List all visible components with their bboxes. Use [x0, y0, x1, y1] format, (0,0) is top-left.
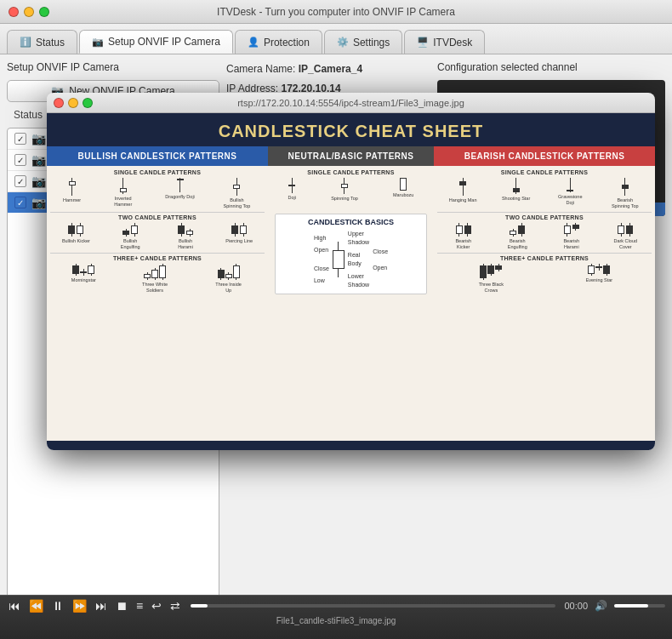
- bearish-three-title: THREE+ CANDLE PATTERNS: [437, 255, 652, 261]
- bearish-body: SINGLE CANDLE PATTERNS Hanging Man: [434, 166, 655, 441]
- inv-hammer-pattern: Inverted Hammer: [108, 178, 138, 208]
- gravestone-pattern: Gravestone Doji: [555, 178, 585, 208]
- player-list-icon: ≡: [134, 599, 145, 613]
- doji-label: Doji: [288, 195, 296, 201]
- tab-itvdesk[interactable]: 🖥️ ITVDesk: [404, 30, 485, 54]
- player-skip-forward-button[interactable]: ⏭: [94, 599, 109, 613]
- candle1: [231, 223, 238, 237]
- neutral-single-patterns: Doji Spinning Top: [271, 178, 430, 202]
- three-candle-group: [218, 264, 240, 280]
- inv-hammer-label: Inverted Hammer: [108, 196, 138, 207]
- volume-bar[interactable]: [614, 604, 665, 608]
- bearish-kicker-pattern: Bearish Kicker: [448, 223, 478, 249]
- bullish-kicker-label: Bullish Kicker: [62, 238, 90, 244]
- dark-cloud-label: Dark Cloud Cover: [611, 238, 641, 249]
- camera-1-checkbox[interactable]: ✓: [14, 133, 26, 145]
- hanging-man-pattern: Hanging Man: [449, 178, 477, 208]
- player-skip-back-button[interactable]: ⏮: [7, 599, 22, 613]
- inv-hammer-candle: [120, 178, 127, 194]
- camera-2-icon: 📷: [31, 153, 46, 167]
- player-stop-button[interactable]: ⏹: [114, 599, 129, 613]
- candle-bottom-wick: [71, 185, 72, 196]
- window-controls[interactable]: [9, 7, 49, 17]
- tab-status-label: Status: [36, 37, 65, 48]
- player-rewind-button[interactable]: ⏪: [27, 599, 45, 613]
- bullish-single-title: SINGLE CANDLE PATTERNS: [50, 169, 265, 175]
- camera-4-icon: 📷: [31, 196, 46, 209]
- shooting-star-label: Shooting Star: [502, 196, 530, 202]
- bullish-kicker-pattern: Bullish Kicker: [62, 223, 90, 249]
- setup-icon: 📷: [92, 37, 104, 48]
- shooting-star-pattern: Shooting Star: [502, 178, 530, 208]
- player-shuffle-button[interactable]: ⇄: [168, 599, 182, 613]
- camera-4-checkbox[interactable]: ✓: [14, 197, 26, 208]
- basics-right-labels: Upper Shadow Real Body Lower Shadow: [348, 230, 369, 290]
- dragonfly-label: Dragonfly Doji: [165, 194, 195, 200]
- media-player: ⏮ ⏪ ⏸ ⏩ ⏭ ⏹ ≡ ↩ ⇄ 00:00 🔊 File1_candle-s…: [0, 595, 672, 639]
- status-col-header: Status: [14, 109, 43, 121]
- marubozu-candle: [400, 178, 407, 191]
- tab-itvdesk-label: ITVDesk: [433, 37, 472, 48]
- spinning-candle: [341, 178, 348, 194]
- camera-name-value: IP_Camera_4: [299, 63, 362, 75]
- tab-status[interactable]: ℹ️ Status: [7, 30, 77, 54]
- gravestone-label: Gravestone Doji: [555, 194, 585, 205]
- minimize-button[interactable]: [24, 7, 34, 17]
- player-filename-display: File1_candle-stiFile3_image.jpg: [7, 616, 665, 625]
- bearish-spinning-candle: [622, 178, 629, 196]
- spinning-top-label: Bullish Spinning Top: [222, 197, 252, 208]
- camera-3-icon: 📷: [31, 174, 46, 188]
- piercing-line-label: Piercing Line: [225, 238, 253, 244]
- camera-2-checkbox[interactable]: ✓: [14, 154, 26, 166]
- two-candle-group: [618, 223, 633, 237]
- top-wick-visual: [338, 242, 339, 250]
- maximize-button[interactable]: [39, 7, 49, 17]
- tab-protection[interactable]: 👤 Protection: [235, 30, 322, 54]
- candlestick-basics: CANDLESTICK BASICS High Open Close Low: [275, 214, 427, 294]
- tab-bar: ℹ️ Status 📷 Setup ONVIF IP Camera 👤 Prot…: [0, 24, 672, 54]
- close-button[interactable]: [9, 7, 19, 17]
- player-pause-button[interactable]: ⏸: [50, 599, 65, 613]
- camera-3-checkbox[interactable]: ✓: [14, 175, 26, 187]
- three-candle-group: [588, 264, 610, 276]
- candle1: [122, 229, 129, 237]
- bearish-harami-pattern: Bearish Harami: [556, 223, 586, 249]
- tab-settings[interactable]: ⚙️ Settings: [324, 30, 402, 54]
- player-repeat-button[interactable]: ↩: [150, 599, 163, 613]
- overlay-minimize-button[interactable]: [68, 98, 78, 108]
- overlay-window-controls[interactable]: [54, 98, 93, 108]
- tab-setup-label: Setup ONVIF IP Camera: [108, 36, 220, 48]
- divider: [50, 212, 265, 213]
- overlay-maximize-button[interactable]: [83, 98, 93, 108]
- title-bar: ITVDesk - Turn you computer into ONVIF I…: [0, 0, 672, 24]
- player-controls-row: ⏮ ⏪ ⏸ ⏩ ⏭ ⏹ ≡ ↩ ⇄ 00:00 🔊: [7, 599, 665, 613]
- filename-part1: File1_candle-sti: [276, 616, 336, 625]
- bearish-harami-label: Bearish Harami: [556, 238, 586, 249]
- three-candle-group: [72, 264, 94, 276]
- bearish-spinning-label: Bearish Spinning Top: [610, 197, 640, 208]
- candle-bottom-wick: [122, 192, 123, 194]
- cheat-sheet-title: CANDLESTICK CHEAT SHEET: [47, 122, 655, 141]
- neutral-single-title: SINGLE CANDLE PATTERNS: [271, 169, 430, 175]
- bearish-column: BEARISH CANDLESTICK PATTERNS SINGLE CAND…: [434, 146, 655, 441]
- two-candle-group: [68, 223, 83, 237]
- player-fast-forward-button[interactable]: ⏩: [71, 599, 88, 613]
- overlay-close-button[interactable]: [54, 98, 64, 108]
- bullish-three-title: THREE+ CANDLE PATTERNS: [50, 255, 265, 261]
- marubozu-pattern: Marubozu: [393, 178, 413, 202]
- window-title: ITVDesk - Turn you computer into ONVIF I…: [217, 6, 455, 18]
- candle2: [131, 223, 138, 237]
- tab-setup[interactable]: 📷 Setup ONVIF IP Camera: [79, 30, 233, 54]
- three-soldiers-label: Three White Soldiers: [140, 282, 170, 293]
- two-candle-group: [564, 223, 579, 237]
- player-progress-bar[interactable]: [191, 604, 555, 608]
- two-candle-group: [231, 223, 247, 237]
- overlay-window: rtsp://172.20.10.14:5554/ipc4-stream1/Fi…: [47, 93, 655, 450]
- three-inside-up-label: Three Inside Up: [214, 282, 243, 293]
- candle-top-wick: [122, 178, 123, 188]
- evening-star-label: Evening Star: [586, 277, 613, 283]
- bearish-three-patterns: Three Black Crows: [437, 264, 652, 293]
- hanging-man-candle: [459, 178, 466, 196]
- filename-part2: File3_image.jpg: [336, 616, 396, 625]
- tab-protection-label: Protection: [264, 37, 310, 48]
